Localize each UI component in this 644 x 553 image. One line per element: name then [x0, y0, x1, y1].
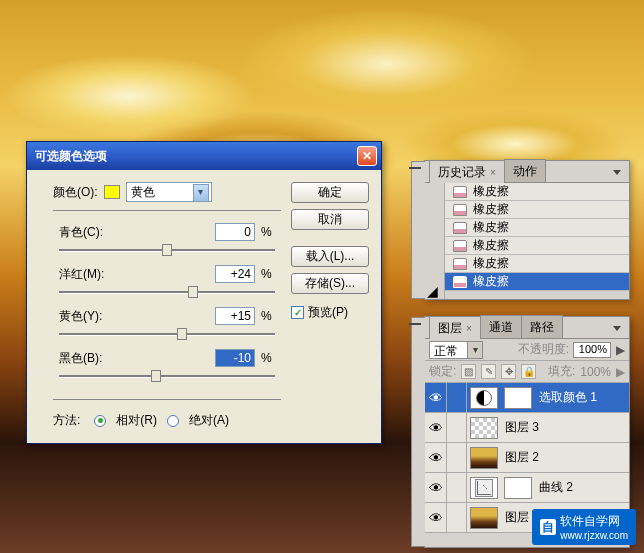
absolute-label: 绝对(A) — [189, 412, 229, 429]
preview-label: 预览(P) — [308, 304, 348, 321]
tab-layers[interactable]: 图层× — [429, 316, 481, 339]
history-item-selected[interactable]: 橡皮擦 — [425, 273, 629, 291]
tab-paths[interactable]: 路径 — [521, 315, 563, 338]
yellow-slider[interactable] — [59, 325, 275, 343]
panel-dock-grip[interactable] — [411, 317, 425, 547]
history-brush-icon[interactable]: ◢ — [427, 283, 443, 297]
minimize-icon[interactable] — [409, 165, 421, 169]
link-cell[interactable] — [447, 473, 467, 503]
cyan-input[interactable] — [215, 223, 255, 241]
cyan-slider[interactable] — [59, 241, 275, 259]
link-cell[interactable] — [447, 503, 467, 533]
tab-actions[interactable]: 动作 — [504, 159, 546, 182]
history-item[interactable]: 橡皮擦 — [425, 183, 629, 201]
link-cell[interactable] — [447, 383, 467, 413]
magenta-input[interactable] — [215, 265, 255, 283]
preview-checkbox[interactable]: ✓ 预览(P) — [291, 304, 369, 321]
tab-channels[interactable]: 通道 — [480, 315, 522, 338]
watermark-brand: 软件自学网 — [560, 513, 628, 530]
link-cell[interactable] — [447, 443, 467, 473]
blend-mode-combo[interactable]: 正常 — [429, 341, 483, 359]
history-item[interactable]: 橡皮擦 — [425, 219, 629, 237]
lock-move-icon[interactable]: ✥ — [501, 364, 516, 379]
history-item[interactable]: 橡皮擦 — [425, 237, 629, 255]
eraser-icon — [453, 258, 467, 270]
opacity-input[interactable]: 100% — [573, 342, 611, 358]
eraser-icon — [453, 276, 467, 288]
watermark-url: www.rjzxw.com — [560, 530, 628, 541]
layer-name[interactable]: 图层 3 — [501, 419, 539, 436]
dialog-titlebar[interactable]: 可选颜色选项 ✕ — [27, 142, 381, 170]
watermark: 自 软件自学网 www.rjzxw.com — [532, 509, 636, 545]
load-button[interactable]: 载入(L)... — [291, 246, 369, 267]
radio-absolute[interactable] — [167, 415, 179, 427]
lock-all-icon[interactable]: 🔒 — [521, 364, 536, 379]
layer-name[interactable]: 图层 2 — [501, 449, 539, 466]
radio-relative[interactable] — [94, 415, 106, 427]
mask-thumbnail[interactable] — [504, 477, 532, 499]
save-button[interactable]: 存储(S)... — [291, 273, 369, 294]
cancel-button[interactable]: 取消 — [291, 209, 369, 230]
color-combo[interactable]: 黄色 — [126, 182, 212, 202]
relative-label: 相对(R) — [116, 412, 157, 429]
visibility-icon[interactable]: 👁 — [425, 503, 447, 533]
layer-thumbnail[interactable] — [470, 507, 498, 529]
link-cell[interactable] — [447, 413, 467, 443]
minimize-icon[interactable] — [409, 321, 421, 325]
visibility-icon[interactable]: 👁 — [425, 443, 447, 473]
yellow-label: 黄色(Y): — [59, 308, 131, 325]
adjustment-icon — [470, 387, 498, 409]
check-icon: ✓ — [291, 306, 304, 319]
magenta-slider[interactable] — [59, 283, 275, 301]
cyan-label: 青色(C): — [59, 224, 131, 241]
panel-menu-icon[interactable] — [609, 165, 625, 179]
black-slider[interactable] — [59, 367, 275, 385]
lock-label: 锁定: — [429, 363, 456, 380]
layer-thumbnail[interactable] — [470, 417, 498, 439]
layer-thumbnail[interactable] — [470, 447, 498, 469]
eraser-icon — [453, 240, 467, 252]
curves-icon — [470, 477, 498, 499]
panel-menu-icon[interactable] — [609, 321, 625, 335]
chevron-right-icon[interactable]: ▶ — [616, 365, 625, 379]
ok-button[interactable]: 确定 — [291, 182, 369, 203]
history-panel: 历史记录× 动作 ◢ 橡皮擦 橡皮擦 橡皮擦 橡皮擦 橡皮擦 橡皮擦 — [424, 160, 630, 300]
color-swatch-icon — [104, 185, 120, 199]
layer-name[interactable]: 曲线 2 — [535, 479, 573, 496]
history-list[interactable]: 橡皮擦 橡皮擦 橡皮擦 橡皮擦 橡皮擦 橡皮擦 — [425, 183, 629, 295]
black-label: 黑色(B): — [59, 350, 131, 367]
yellow-input[interactable] — [215, 307, 255, 325]
fill-input[interactable]: 100% — [580, 365, 611, 379]
close-tab-icon[interactable]: × — [490, 167, 496, 178]
visibility-icon[interactable]: 👁 — [425, 473, 447, 503]
watermark-badge-icon: 自 — [540, 519, 556, 535]
selective-color-dialog: 可选颜色选项 ✕ 确定 取消 载入(L)... 存储(S)... ✓ 预览(P)… — [26, 141, 382, 444]
layer-name[interactable]: 选取颜色 1 — [535, 389, 597, 406]
color-label: 颜色(O): — [53, 184, 98, 201]
layer-row-curves[interactable]: 👁 曲线 2 — [425, 473, 629, 503]
black-input[interactable] — [215, 349, 255, 367]
close-tab-icon[interactable]: × — [466, 323, 472, 334]
mask-thumbnail[interactable] — [504, 387, 532, 409]
visibility-icon[interactable]: 👁 — [425, 413, 447, 443]
close-icon[interactable]: ✕ — [357, 146, 377, 166]
layer-row[interactable]: 👁 图层 3 — [425, 413, 629, 443]
tab-history[interactable]: 历史记录× — [429, 160, 505, 183]
history-item[interactable]: 橡皮擦 — [425, 201, 629, 219]
lock-paint-icon[interactable]: ✎ — [481, 364, 496, 379]
chevron-right-icon[interactable]: ▶ — [615, 343, 625, 357]
lock-transparency-icon[interactable]: ▨ — [461, 364, 476, 379]
layer-name[interactable]: 图层 — [501, 509, 529, 526]
layer-row[interactable]: 👁 图层 2 — [425, 443, 629, 473]
opacity-label: 不透明度: — [518, 341, 569, 358]
history-item[interactable]: 橡皮擦 — [425, 255, 629, 273]
panel-dock-grip[interactable] — [411, 161, 425, 299]
method-label: 方法: — [53, 412, 80, 429]
slider-group: 青色(C): % 洋红(M): % 黄色(Y): % 黑色(B) — [53, 210, 281, 400]
history-source-column: ◢ — [425, 183, 445, 299]
visibility-icon[interactable]: 👁 — [425, 383, 447, 413]
layer-row-selective-color[interactable]: 👁 选取颜色 1 — [425, 383, 629, 413]
dialog-title: 可选颜色选项 — [35, 148, 357, 165]
color-value: 黄色 — [131, 184, 155, 201]
percent-label: % — [261, 225, 275, 239]
